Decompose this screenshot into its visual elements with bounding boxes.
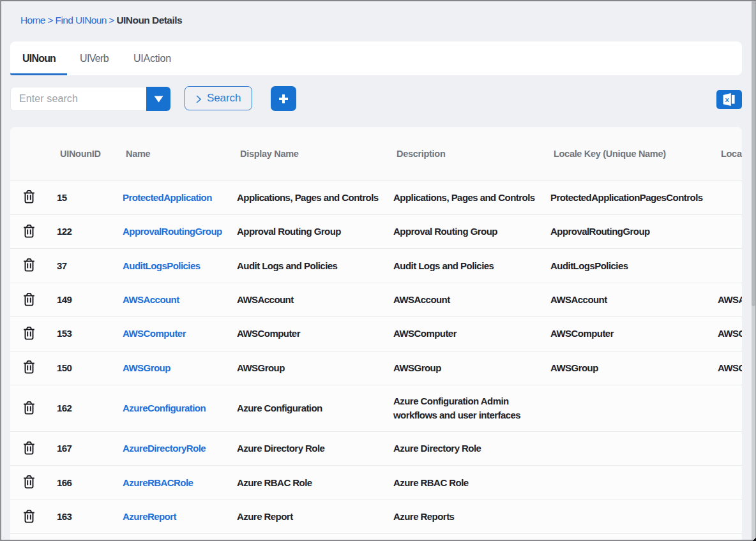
svg-text:X: X <box>725 96 729 103</box>
